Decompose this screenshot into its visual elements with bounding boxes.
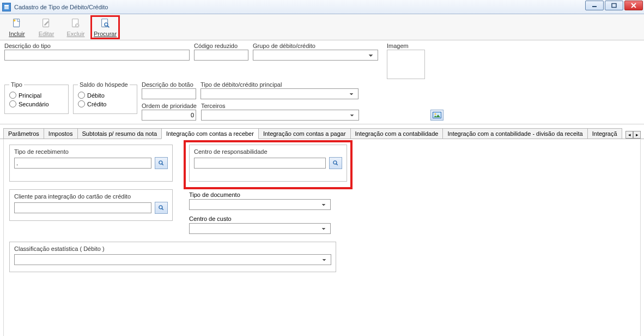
principal-label: Tipo de débito/crédito principal: [201, 81, 359, 88]
document-new-icon: [11, 17, 23, 29]
svg-line-21: [162, 208, 163, 210]
principal-select[interactable]: [201, 88, 359, 99]
minimize-button[interactable]: [585, 1, 604, 10]
cliente-cartao-input[interactable]: [14, 202, 151, 213]
grupo-label: Grupo de débito/crédito: [253, 43, 378, 49]
tabs: Parâmetros Impostos Subtotais p/ resumo …: [0, 124, 644, 139]
form-area: Descrição do tipo Código reduzido Grupo …: [0, 40, 644, 124]
centro-resp-lookup[interactable]: [329, 157, 342, 169]
codigo-reduzido-label: Código reduzido: [194, 43, 248, 49]
centro-resp-input[interactable]: [194, 158, 326, 169]
tipo-recebimento-lookup[interactable]: [155, 157, 168, 169]
document-delete-icon: [70, 17, 82, 29]
radio-principal[interactable]: Principal: [9, 92, 64, 99]
radio-debito[interactable]: Débito: [78, 92, 132, 99]
editar-button: Editar: [32, 15, 61, 39]
tab-subtotais[interactable]: Subtotais p/ resumo da nota: [77, 128, 162, 139]
cliente-cartao-lookup[interactable]: [155, 202, 168, 214]
maximize-button[interactable]: [605, 1, 623, 10]
tipo-recebimento-input[interactable]: [14, 158, 151, 169]
centro-custo-label: Centro de custo: [189, 215, 331, 222]
svg-rect-3: [612, 4, 616, 8]
tab-content: Tipo de recebimento Cliente para integra…: [3, 139, 641, 336]
descricao-tipo-input[interactable]: [4, 50, 190, 61]
tab-contas-pagar[interactable]: Integração com contas a pagar: [258, 128, 351, 139]
tab-contas-receber[interactable]: Integração com contas a receber: [161, 128, 259, 139]
excluir-button: Excluir: [61, 15, 90, 39]
svg-line-15: [107, 26, 109, 27]
document-search-icon: [99, 17, 111, 29]
tipo-legend: Tipo: [9, 81, 24, 88]
search-icon: [158, 205, 165, 211]
tabs-scroll-right[interactable]: ▸: [633, 131, 641, 139]
ordem-input[interactable]: [142, 110, 196, 121]
close-button[interactable]: [624, 1, 643, 10]
centro-custo-select[interactable]: [189, 223, 331, 234]
radio-credito[interactable]: Crédito: [78, 100, 132, 107]
search-icon: [332, 160, 339, 166]
descricao-botao-input[interactable]: [142, 88, 196, 99]
tab-impostos[interactable]: Impostos: [44, 128, 78, 139]
app-icon: [2, 3, 11, 11]
svg-point-20: [159, 206, 162, 209]
tipo-documento-select[interactable]: [189, 199, 331, 210]
titlebar: Cadastro de Tipo de Débito/Crédito: [0, 0, 644, 14]
tab-contabilidade[interactable]: Integração com a contabilidade: [350, 128, 443, 139]
tabs-scroll-left[interactable]: ◂: [625, 131, 633, 139]
svg-rect-1: [4, 5, 9, 6]
editar-label: Editar: [39, 31, 54, 37]
svg-point-22: [333, 161, 337, 164]
ordem-label: Ordem de prioridade: [142, 103, 197, 109]
svg-point-18: [159, 161, 162, 164]
incluir-label: Incluir: [9, 31, 25, 37]
procurar-label: Procurar: [94, 31, 117, 37]
descricao-tipo-label: Descrição do tipo: [4, 43, 190, 49]
svg-point-17: [435, 113, 436, 115]
excluir-label: Excluir: [66, 31, 84, 37]
saldo-legend: Saldo do hóspede: [78, 81, 130, 88]
image-picker-button[interactable]: [430, 110, 443, 121]
tab-integracao-overflow[interactable]: Integraçã: [587, 128, 622, 139]
incluir-button[interactable]: Incluir: [2, 15, 32, 39]
image-icon: [433, 112, 441, 118]
descricao-botao-label: Descrição do botão: [142, 81, 196, 88]
terceiros-select[interactable]: [201, 110, 359, 121]
classif-select[interactable]: [14, 254, 331, 265]
search-icon: [158, 160, 165, 166]
grupo-select[interactable]: [253, 50, 378, 61]
tab-parametros[interactable]: Parâmetros: [3, 128, 44, 139]
toolbar: Incluir Editar Excluir Procurar: [0, 14, 644, 40]
centro-resp-label: Centro de responsabilidade: [194, 148, 342, 155]
classif-label: Classificação estatística ( Débito ): [14, 245, 331, 252]
tab-contabilidade-divisao[interactable]: Integração com a contabilidade - divisão…: [442, 128, 587, 139]
codigo-reduzido-input[interactable]: [194, 50, 248, 61]
svg-line-19: [162, 164, 163, 165]
cliente-cartao-label: Cliente para integração do cartão de cré…: [14, 193, 168, 200]
svg-point-7: [13, 19, 15, 21]
tipo-recebimento-label: Tipo de recebimento: [14, 148, 168, 155]
svg-line-23: [336, 164, 338, 165]
imagem-box: [387, 50, 425, 79]
window-title: Cadastro de Tipo de Débito/Crédito: [14, 4, 108, 10]
document-edit-icon: [40, 17, 52, 29]
terceiros-label: Terceiros: [201, 103, 359, 109]
radio-secundario[interactable]: Secundário: [9, 100, 64, 107]
imagem-label: Imagem: [387, 43, 425, 49]
procurar-button[interactable]: Procurar: [90, 15, 120, 39]
tipo-documento-label: Tipo de documento: [189, 191, 331, 198]
